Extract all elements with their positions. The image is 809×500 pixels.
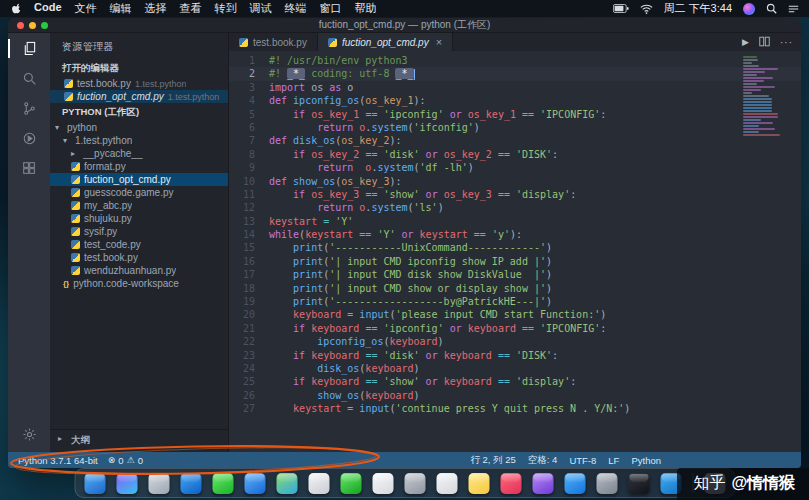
language-mode-indicator[interactable]: Python: [631, 455, 661, 466]
code-line-15[interactable]: 15 print('-----------UnixCommand--------…: [229, 241, 801, 254]
minimap[interactable]: [741, 54, 797, 139]
dock-app-calendar[interactable]: [372, 473, 393, 494]
code-line-13[interactable]: 13keystart = 'Y': [229, 215, 801, 228]
line-number[interactable]: 21: [229, 322, 269, 335]
zoom-window-button[interactable]: [41, 22, 48, 29]
code-line-20[interactable]: 20 keyboard = input('please input CMD st…: [229, 308, 801, 321]
line-number[interactable]: 11: [229, 188, 269, 201]
line-number[interactable]: 26: [229, 389, 269, 402]
tree-item-my_abc.py[interactable]: my_abc.py: [50, 199, 228, 212]
code-line-9[interactable]: 9 return o.system('df -lh'): [229, 161, 801, 174]
source-control-icon[interactable]: [8, 101, 50, 116]
line-number[interactable]: 8: [229, 148, 269, 161]
code-line-27[interactable]: 27 keystart = input('continue press Y qu…: [229, 402, 801, 415]
line-number[interactable]: 6: [229, 121, 269, 134]
line-number[interactable]: 1: [229, 54, 269, 67]
debug-icon[interactable]: [8, 131, 50, 146]
python-interpreter-indicator[interactable]: Python 3.7.1 64-bit: [18, 455, 98, 466]
code-line-21[interactable]: 21 if keyboard == 'ipconfig' or keyboard…: [229, 322, 801, 335]
menu-item-4[interactable]: 查看: [180, 1, 202, 16]
code-line-8[interactable]: 8 if os_key_2 == 'disk' or os_key_2 == '…: [229, 148, 801, 161]
dock-app-siri[interactable]: [116, 473, 137, 494]
menu-item-0[interactable]: Code: [34, 1, 62, 16]
code-line-22[interactable]: 22 ipconfig_os(keyboard): [229, 335, 801, 348]
problems-indicator[interactable]: ⊗ 0 ⚠ 0: [108, 455, 143, 466]
line-number[interactable]: 19: [229, 295, 269, 308]
tab-test-book[interactable]: test.book.py: [229, 33, 318, 51]
line-number[interactable]: 24: [229, 362, 269, 375]
code-editor[interactable]: 1#! /usr/bin/env python32#! _*_ coding: …: [229, 51, 801, 452]
cursor-position-indicator[interactable]: 行 2, 列 25: [470, 454, 515, 467]
tree-item-1.test.python[interactable]: ▾1.test.python: [50, 134, 228, 147]
tree-item-guesscode.game.py[interactable]: guesscode.game.py: [50, 186, 228, 199]
code-line-16[interactable]: 16 print('| input CMD ipconfig show IP a…: [229, 255, 801, 268]
line-number[interactable]: 22: [229, 335, 269, 348]
tree-item-sysif.py[interactable]: sysif.py: [50, 225, 228, 238]
minimize-window-button[interactable]: [29, 22, 36, 29]
dock-app-photos[interactable]: [308, 473, 329, 494]
menubar-clock[interactable]: 周二 下午3:44: [664, 1, 732, 16]
line-number[interactable]: 9: [229, 161, 269, 174]
split-editor-icon[interactable]: [759, 33, 770, 51]
line-number[interactable]: 2: [229, 67, 269, 80]
code-line-19[interactable]: 19 print('------------------by@PatrickHE…: [229, 295, 801, 308]
battery-icon[interactable]: [613, 4, 629, 13]
dock-app-finder[interactable]: [84, 473, 105, 494]
wifi-icon[interactable]: [640, 4, 653, 14]
code-line-26[interactable]: 26 show_os(keyboard): [229, 389, 801, 402]
spotlight-icon[interactable]: [766, 3, 777, 14]
encoding-indicator[interactable]: UTF-8: [569, 455, 596, 466]
line-number[interactable]: 17: [229, 268, 269, 281]
open-editor-item[interactable]: test.book.py1.test.python: [50, 77, 228, 90]
tree-item-test.book.py[interactable]: test.book.py: [50, 251, 228, 264]
extensions-icon[interactable]: [8, 161, 50, 176]
dock-app-facetime[interactable]: [340, 473, 361, 494]
dock-app-contacts[interactable]: [404, 473, 425, 494]
code-line-10[interactable]: 10def show_os(os_key_3):: [229, 175, 801, 188]
outline-section[interactable]: ▸ 大纲: [50, 429, 228, 452]
indentation-indicator[interactable]: 空格: 4: [528, 454, 558, 467]
dock-app-notes[interactable]: [468, 473, 489, 494]
code-line-23[interactable]: 23 if keyboard == 'disk' or keyboard == …: [229, 349, 801, 362]
dock-app-podcasts[interactable]: [532, 473, 553, 494]
tree-item-shujuku.py[interactable]: shujuku.py: [50, 212, 228, 225]
line-number[interactable]: 12: [229, 201, 269, 214]
line-number[interactable]: 15: [229, 241, 269, 254]
dock-app-messages[interactable]: [212, 473, 233, 494]
code-line-11[interactable]: 11 if os_key_3 == 'show' or os_key_3 == …: [229, 188, 801, 201]
dock-app-terminal[interactable]: [628, 473, 649, 494]
more-actions-icon[interactable]: ···: [780, 37, 793, 48]
open-editors-header[interactable]: 打开的编辑器: [50, 59, 228, 77]
menu-item-7[interactable]: 终端: [285, 1, 307, 16]
close-window-button[interactable]: [17, 22, 24, 29]
code-line-25[interactable]: 25 if keyboard == 'show' or keyboard == …: [229, 375, 801, 388]
tab-fuction-opt-cmd[interactable]: fuction_opt_cmd.py ×: [318, 33, 453, 51]
dock-app-safari[interactable]: [180, 473, 201, 494]
line-number[interactable]: 18: [229, 282, 269, 295]
dock-app-maps[interactable]: [276, 473, 297, 494]
code-line-12[interactable]: 12 return o.system('ls'): [229, 201, 801, 214]
tree-item-wenduzhuanhuan.py[interactable]: wenduzhuanhuan.py: [50, 264, 228, 277]
line-number[interactable]: 4: [229, 94, 269, 107]
tree-item-python.code-workspace[interactable]: {}python.code-workspace: [50, 277, 228, 290]
code-line-24[interactable]: 24 disk_os(keyboard): [229, 362, 801, 375]
apple-menu-icon[interactable]: [10, 2, 21, 15]
line-number[interactable]: 3: [229, 81, 269, 94]
tree-item-format.py[interactable]: format.py: [50, 160, 228, 173]
code-line-3[interactable]: 3import os as o: [229, 81, 801, 94]
dock-app-launchpad[interactable]: [148, 473, 169, 494]
titlebar[interactable]: fuction_opt_cmd.py — python (工作区): [8, 18, 801, 33]
menu-item-9[interactable]: 帮助: [355, 1, 377, 16]
code-line-7[interactable]: 7def disk_os(os_key_2):: [229, 134, 801, 147]
line-number[interactable]: 5: [229, 108, 269, 121]
siri-icon[interactable]: [743, 3, 755, 15]
menu-item-6[interactable]: 调试: [250, 1, 272, 16]
code-line-4[interactable]: 4def ipconfig_os(os_key_1):: [229, 94, 801, 107]
dock-app-system-preferences[interactable]: [596, 473, 617, 494]
menu-item-1[interactable]: 文件: [75, 1, 97, 16]
tree-item-fuction_opt_cmd.py[interactable]: fuction_opt_cmd.py: [50, 173, 228, 186]
code-line-17[interactable]: 17 print('| input CMD disk show DiskValu…: [229, 268, 801, 281]
line-number[interactable]: 16: [229, 255, 269, 268]
line-number[interactable]: 23: [229, 349, 269, 362]
dock-app-mail[interactable]: [244, 473, 265, 494]
